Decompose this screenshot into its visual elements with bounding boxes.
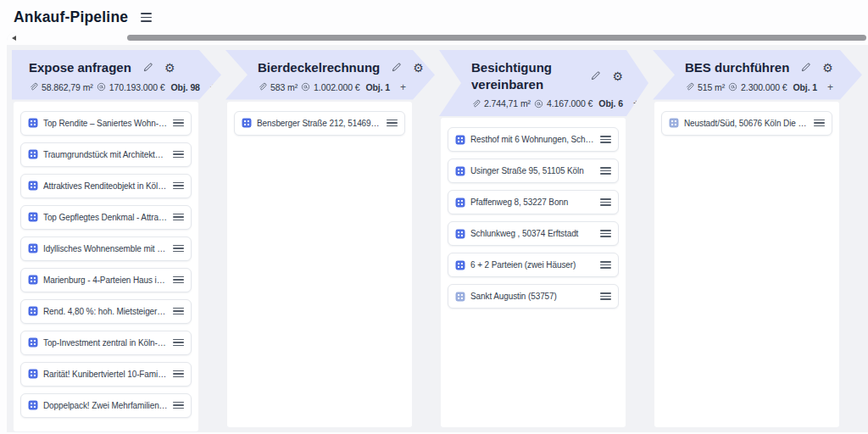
property-card[interactable]: Attraktives Renditeobjekt in Köln Rath .… bbox=[20, 174, 192, 198]
building-icon bbox=[28, 369, 38, 379]
card-menu-icon[interactable] bbox=[173, 120, 184, 127]
building-icon bbox=[455, 198, 465, 208]
building-icon bbox=[28, 306, 38, 316]
add-object-button[interactable]: + bbox=[210, 82, 216, 92]
card-list: Top Rendite – Saniertes Wohn- & Gesc... … bbox=[14, 102, 198, 431]
building-icon bbox=[455, 260, 465, 270]
property-card[interactable]: Resthof mit 6 Wohnungen, Scheune u... bbox=[448, 127, 619, 152]
card-menu-icon[interactable] bbox=[387, 120, 398, 127]
card-menu-icon[interactable] bbox=[173, 339, 184, 347]
settings-gear-icon[interactable]: ⚙ bbox=[413, 62, 424, 74]
area-total: 515 m² bbox=[698, 82, 725, 92]
horizontal-scrollbar bbox=[7, 32, 868, 45]
paperclip-icon bbox=[258, 82, 267, 92]
column-stats: 58.862,79 m² 170.193.000 € Obj. 98 + bbox=[29, 82, 196, 92]
card-menu-icon[interactable] bbox=[173, 402, 184, 409]
column-title-row: BES durchführen ⚙ bbox=[685, 59, 837, 76]
property-card[interactable]: Bensberger Straße 212, 51469 Bergisc... bbox=[234, 111, 405, 136]
object-count: Obj. 1 bbox=[365, 82, 390, 92]
building-icon bbox=[455, 166, 465, 176]
pipeline-board: Expose anfragen ⚙ 58.862,79 m² 170.193.0… bbox=[7, 32, 868, 432]
property-card[interactable]: Usinger Straße 95, 51105 Köln bbox=[448, 159, 619, 183]
add-object-button[interactable]: + bbox=[827, 82, 833, 92]
property-card[interactable]: Rarität! Kunibertviertel 10-Familienhau.… bbox=[20, 362, 192, 387]
card-list: Resthof mit 6 Wohnungen, Scheune u... Us… bbox=[441, 118, 626, 427]
property-card[interactable]: Idyllisches Wohnensemble mit 5 Einhei... bbox=[20, 236, 192, 261]
card-title: 6 + 2 Parteien (zwei Häuser) bbox=[470, 260, 595, 270]
card-menu-icon[interactable] bbox=[173, 245, 184, 253]
property-card[interactable]: Neustadt/Süd, 50676 Köln Die vollstän... bbox=[661, 111, 832, 136]
column-title-row: Bierdeckelrechnung ⚙ bbox=[258, 59, 409, 76]
building-icon bbox=[28, 212, 38, 222]
building-icon bbox=[28, 149, 38, 159]
card-menu-icon[interactable] bbox=[600, 198, 611, 206]
column-header: Besichtigung vereinbaren ⚙ 2.744,71 m² 4… bbox=[439, 50, 648, 116]
card-title: Idyllisches Wohnensemble mit 5 Einhei... bbox=[43, 244, 168, 253]
settings-gear-icon[interactable]: ⚙ bbox=[822, 62, 833, 74]
building-icon bbox=[28, 337, 38, 348]
column-stats: 583 m² 1.002.000 € Obj. 1 + bbox=[258, 82, 409, 92]
card-menu-icon[interactable] bbox=[600, 261, 611, 269]
card-menu-icon[interactable] bbox=[600, 292, 611, 300]
property-card[interactable]: Top Gepflegtes Denkmal - Attraktives ... bbox=[20, 205, 192, 230]
property-card[interactable]: Top-Investment zentral in Köln-Worri... bbox=[20, 331, 192, 355]
card-menu-icon[interactable] bbox=[814, 120, 825, 127]
columns-container: Expose anfragen ⚙ 58.862,79 m² 170.193.0… bbox=[7, 45, 868, 427]
building-icon bbox=[28, 275, 38, 285]
area-total: 58.862,79 m² bbox=[42, 82, 93, 92]
settings-gear-icon[interactable]: ⚙ bbox=[164, 62, 175, 74]
pipeline-column: BES durchführen ⚙ 515 m² 2.300.000 € Obj… bbox=[653, 50, 862, 427]
scrollbar-thumb[interactable] bbox=[127, 35, 866, 41]
column-title: Expose anfragen bbox=[29, 59, 131, 76]
card-title: Rend. 4,80 %: hoh. Mietsteigerungspot... bbox=[43, 307, 168, 316]
card-menu-icon[interactable] bbox=[173, 214, 184, 221]
property-card[interactable]: 6 + 2 Parteien (zwei Häuser) bbox=[448, 253, 619, 277]
card-menu-icon[interactable] bbox=[173, 308, 184, 315]
building-icon bbox=[28, 118, 38, 128]
price-total: 2.300.000 € bbox=[741, 82, 787, 92]
card-title: Marienburg - 4-Parteien Haus im Ville... bbox=[43, 275, 168, 285]
scroll-left-arrow[interactable] bbox=[12, 36, 16, 41]
price-total: 4.167.000 € bbox=[547, 98, 593, 108]
column-header: BES durchführen ⚙ 515 m² 2.300.000 € Obj… bbox=[653, 50, 862, 100]
card-menu-icon[interactable] bbox=[173, 370, 184, 378]
edit-pencil-icon[interactable] bbox=[590, 70, 601, 81]
at-circle-icon bbox=[97, 82, 106, 92]
card-list: Bensberger Straße 212, 51469 Bergisc... bbox=[227, 102, 412, 428]
property-card[interactable]: Marienburg - 4-Parteien Haus im Ville... bbox=[20, 268, 192, 292]
area-total: 583 m² bbox=[270, 82, 298, 92]
column-title: Bierdeckelrechnung bbox=[258, 59, 380, 76]
pipeline-column: Besichtigung vereinbaren ⚙ 2.744,71 m² 4… bbox=[439, 50, 648, 427]
card-menu-icon[interactable] bbox=[600, 230, 611, 237]
property-card[interactable]: Pfaffenweg 8, 53227 Bonn bbox=[448, 190, 619, 214]
property-card[interactable]: Doppelpack! Zwei Mehrfamilienhäuser... bbox=[20, 393, 192, 418]
edit-pencil-icon[interactable] bbox=[142, 62, 153, 73]
settings-gear-icon[interactable]: ⚙ bbox=[612, 70, 623, 82]
card-title: Top Gepflegtes Denkmal - Attraktives ... bbox=[43, 213, 168, 222]
building-icon bbox=[455, 135, 465, 145]
card-title: Rarität! Kunibertviertel 10-Familienhau.… bbox=[43, 370, 168, 379]
page-title: Ankauf-Pipeline bbox=[14, 8, 128, 26]
card-menu-icon[interactable] bbox=[173, 151, 184, 159]
property-card[interactable]: Sankt Augustin (53757) bbox=[448, 284, 619, 309]
property-card[interactable]: Top Rendite – Saniertes Wohn- & Gesc... bbox=[20, 111, 192, 136]
edit-pencil-icon[interactable] bbox=[391, 62, 402, 73]
property-card[interactable]: Rend. 4,80 %: hoh. Mietsteigerungspot... bbox=[20, 299, 192, 324]
property-card[interactable]: Traumgrundstück mit Architektenvilla bbox=[20, 142, 192, 167]
card-menu-icon[interactable] bbox=[600, 136, 611, 143]
column-title: Besichtigung vereinbaren bbox=[471, 59, 579, 92]
card-title: Usinger Straße 95, 51105 Köln bbox=[470, 166, 595, 175]
card-menu-icon[interactable] bbox=[173, 182, 184, 190]
edit-pencil-icon[interactable] bbox=[800, 62, 811, 73]
card-title: Sankt Augustin (53757) bbox=[470, 292, 595, 301]
object-count: Obj. 6 bbox=[598, 98, 623, 108]
card-title: Neustadt/Süd, 50676 Köln Die vollstän... bbox=[684, 119, 809, 128]
add-object-button[interactable]: + bbox=[400, 82, 406, 92]
building-icon bbox=[28, 243, 38, 253]
pipeline-menu-icon[interactable] bbox=[141, 13, 152, 21]
add-object-button[interactable]: + bbox=[633, 98, 639, 108]
card-menu-icon[interactable] bbox=[173, 276, 184, 284]
building-icon bbox=[669, 118, 679, 128]
property-card[interactable]: Schlunkweg , 50374 Erftstadt bbox=[448, 221, 619, 246]
card-menu-icon[interactable] bbox=[600, 167, 611, 175]
